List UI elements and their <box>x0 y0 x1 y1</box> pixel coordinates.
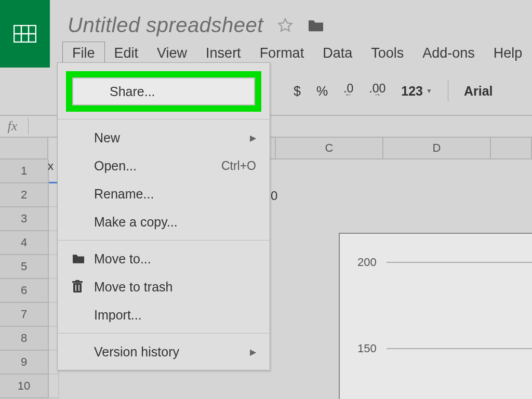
column-header-e[interactable] <box>491 138 532 159</box>
file-menu-move-to[interactable]: Move to... <box>58 245 270 273</box>
svg-rect-7 <box>75 285 76 291</box>
file-menu-new[interactable]: New ▶ <box>58 124 270 152</box>
menu-edit[interactable]: Edit <box>105 42 148 64</box>
file-menu-version-history[interactable]: Version history ▶ <box>58 338 270 366</box>
svg-rect-6 <box>75 280 79 282</box>
grid-rows: 1 x 2 3 4 5 6 7 8 9 10 <box>0 159 59 398</box>
arrow-left-icon: ← <box>344 92 352 97</box>
arrow-right-icon: → <box>374 92 381 97</box>
chevron-right-icon: ▶ <box>250 347 256 357</box>
column-header-c[interactable]: C <box>276 138 383 159</box>
menu-help[interactable]: Help <box>484 42 532 64</box>
folder-icon[interactable] <box>307 18 325 33</box>
menu-separator <box>58 119 270 119</box>
file-menu-rename-label: Rename... <box>94 187 154 202</box>
format-percent-button[interactable]: % <box>316 84 328 99</box>
menu-file[interactable]: File <box>62 42 105 64</box>
row-header-6[interactable]: 6 <box>0 279 49 303</box>
sheets-icon <box>14 25 36 43</box>
file-menu-dropdown: Share... New ▶ Open... Ctrl+O Rename... … <box>57 62 270 370</box>
column-header-d[interactable]: D <box>383 138 491 159</box>
file-menu-move-to-trash-label: Move to trash <box>94 280 172 295</box>
cell-a1-text: x <box>48 159 54 172</box>
file-menu-make-copy-label: Make a copy... <box>94 215 178 230</box>
file-menu-share[interactable]: Share... <box>72 77 255 105</box>
file-menu-new-label: New <box>94 130 120 145</box>
more-formats-label: 123 <box>401 84 423 99</box>
chevron-right-icon: ▶ <box>250 133 256 143</box>
file-menu-open-shortcut: Ctrl+O <box>221 159 256 173</box>
row-header-10[interactable]: 10 <box>0 375 49 398</box>
decrease-decimal-button[interactable]: .0 ← <box>343 85 353 97</box>
menubar: File Edit View Insert Format Data Tools … <box>62 42 531 64</box>
folder-icon <box>71 253 86 264</box>
format-currency-button[interactable]: $ <box>294 84 301 99</box>
menu-separator <box>58 240 270 241</box>
menu-data[interactable]: Data <box>313 42 362 64</box>
row-header-2[interactable]: 2 <box>0 183 49 207</box>
file-menu-share-label: Share... <box>110 84 155 99</box>
row-header-7[interactable]: 7 <box>0 303 49 327</box>
row-header-8[interactable]: 8 <box>0 327 49 351</box>
row-header-5[interactable]: 5 <box>0 255 49 279</box>
file-menu-move-to-label: Move to... <box>94 251 151 267</box>
increase-decimal-button[interactable]: .00 → <box>369 85 385 97</box>
row-header-4[interactable]: 4 <box>0 231 49 255</box>
toolbar-separator <box>448 81 448 101</box>
chart-panel[interactable]: 200 150 <box>339 233 532 399</box>
chart-gridline <box>387 348 532 349</box>
app-logo[interactable] <box>0 0 50 68</box>
file-menu-make-copy[interactable]: Make a copy... <box>58 208 270 236</box>
menu-insert[interactable]: Insert <box>196 42 250 64</box>
tutorial-highlight: Share... <box>66 71 261 112</box>
row-header-3[interactable]: 3 <box>0 207 49 231</box>
toolbar: $ % .0 ← .00 → 123 ▼ Arial <box>294 81 493 101</box>
menu-tools[interactable]: Tools <box>362 42 413 64</box>
more-formats-button[interactable]: 123 ▼ <box>401 84 432 99</box>
star-icon[interactable] <box>277 17 294 34</box>
row-header-1[interactable]: 1 <box>0 159 49 183</box>
chevron-down-icon: ▼ <box>426 87 432 95</box>
formula-divider <box>28 118 29 135</box>
fx-label: fx <box>0 118 25 134</box>
file-menu-open-label: Open... <box>94 158 137 174</box>
file-menu-open[interactable]: Open... Ctrl+O <box>58 152 270 180</box>
chart-gridline <box>387 262 532 263</box>
svg-rect-4 <box>73 283 82 292</box>
trash-icon <box>71 280 84 294</box>
chart-tick-200: 200 <box>357 256 377 269</box>
menu-format[interactable]: Format <box>250 42 314 64</box>
file-menu-import-label: Import... <box>94 308 142 323</box>
font-family-button[interactable]: Arial <box>464 84 493 99</box>
file-menu-import[interactable]: Import... <box>58 301 270 329</box>
menu-addons[interactable]: Add-ons <box>413 42 484 64</box>
document-title[interactable]: Untitled spreadsheet <box>68 14 263 37</box>
svg-rect-8 <box>78 285 79 291</box>
chart-tick-150: 150 <box>357 342 377 355</box>
file-menu-move-to-trash[interactable]: Move to trash <box>58 273 270 301</box>
cell-b2-value[interactable]: 0 <box>271 189 277 203</box>
menu-view[interactable]: View <box>148 42 196 64</box>
row-header-9[interactable]: 9 <box>0 351 49 375</box>
select-all-corner[interactable] <box>0 138 48 159</box>
file-menu-version-history-label: Version history <box>94 344 179 360</box>
cell-a10-sliver[interactable] <box>49 375 59 398</box>
file-menu-rename[interactable]: Rename... <box>58 180 270 208</box>
menu-separator <box>58 333 270 334</box>
